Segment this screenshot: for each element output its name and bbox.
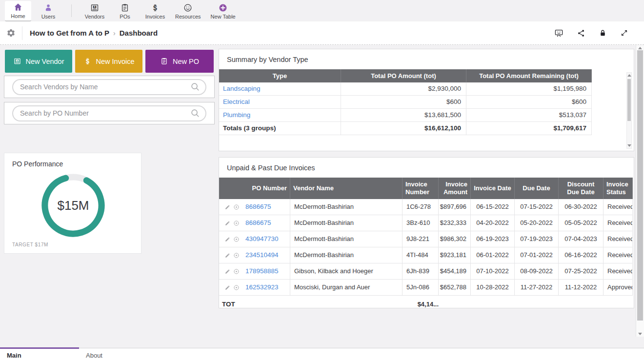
vendor-name-cell: McDermott-Bashirian bbox=[290, 231, 402, 247]
col-vendor-name[interactable]: Vendor Name bbox=[290, 178, 402, 199]
view-icon[interactable] bbox=[233, 268, 240, 275]
col-due-date[interactable]: Due Date bbox=[515, 178, 559, 199]
app-title[interactable]: How to Get from A to P bbox=[30, 29, 109, 37]
tab-main[interactable]: Main bbox=[0, 348, 79, 362]
view-icon[interactable] bbox=[233, 220, 240, 226]
new-invoice-button[interactable]: $ New Invoice bbox=[75, 50, 142, 73]
toolbar-item-home[interactable]: Home bbox=[5, 1, 31, 21]
po-number-link[interactable]: 234510494 bbox=[245, 247, 279, 263]
edit-icon[interactable] bbox=[224, 204, 231, 210]
search-icon[interactable] bbox=[190, 108, 205, 119]
scrollbar-thumb[interactable] bbox=[637, 50, 643, 321]
discount-due-date-cell: 07-04-2023 bbox=[559, 231, 604, 247]
discount-due-date-cell: 06-30-2022 bbox=[559, 199, 604, 215]
vendor-search-input[interactable] bbox=[13, 83, 190, 91]
breadcrumb-divider bbox=[22, 26, 22, 40]
due-date-cell: 07-01-2022 bbox=[515, 247, 559, 263]
summary-total-value: $13,681,500 bbox=[341, 109, 466, 122]
view-icon[interactable] bbox=[233, 252, 240, 259]
view-icon[interactable] bbox=[233, 284, 240, 291]
po-performance-card: PO Performance $15M TARGET $17M bbox=[4, 153, 141, 254]
summary-remaining-value: $600 bbox=[466, 96, 592, 109]
po-search-pill bbox=[12, 105, 206, 121]
settings-gear-icon[interactable] bbox=[0, 28, 22, 38]
summary-col-total[interactable]: Total PO Amount (tot) bbox=[341, 69, 466, 82]
edit-icon[interactable] bbox=[224, 220, 231, 226]
toolbar-item-new-table[interactable]: New Table bbox=[208, 1, 239, 21]
discount-due-date-cell: 05-05-2022 bbox=[559, 215, 604, 231]
toolbar-item-pos[interactable]: POs bbox=[112, 1, 138, 21]
unpaid-invoices-panel: Unpaid & Past Due Invoices PO Number Ven… bbox=[219, 157, 634, 308]
edit-icon[interactable] bbox=[224, 284, 231, 291]
view-icon[interactable] bbox=[233, 204, 240, 210]
invoice-number-cell: 4TI-484 bbox=[402, 247, 439, 263]
tab-about[interactable]: About bbox=[79, 348, 158, 362]
share-icon[interactable] bbox=[577, 29, 585, 38]
invoice-status-cell: Received bbox=[604, 231, 633, 247]
invoice-status-cell: Received bbox=[604, 247, 633, 263]
summary-scrollbar[interactable] bbox=[626, 72, 632, 149]
summary-type-link[interactable]: Electrical bbox=[219, 96, 341, 109]
expand-icon[interactable] bbox=[620, 29, 628, 37]
summary-type-link[interactable]: Landscaping bbox=[219, 82, 341, 96]
toolbar-item-invoices[interactable]: $ Invoices bbox=[142, 1, 168, 21]
po-number-link[interactable]: 178958885 bbox=[245, 263, 279, 279]
invoice-date-cell: 10-28-2022 bbox=[471, 280, 515, 296]
toolbar-item-resources[interactable]: Resources bbox=[172, 1, 204, 21]
edit-icon[interactable] bbox=[224, 236, 231, 242]
scroll-down-arrow[interactable] bbox=[627, 144, 631, 147]
scroll-up-arrow[interactable] bbox=[627, 74, 631, 77]
new-po-button[interactable]: New PO bbox=[145, 50, 214, 73]
invoice-amount-cell: $986,302 bbox=[439, 231, 471, 247]
summary-col-remaining[interactable]: Total PO Amount Remaining (tot) bbox=[466, 69, 592, 82]
vendor-search-panel bbox=[4, 76, 215, 98]
po-number-link[interactable]: 162532923 bbox=[245, 280, 279, 295]
vendor-name-cell: Mosciski, Durgan and Auer bbox=[290, 280, 402, 296]
summary-type-link[interactable]: Plumbing bbox=[219, 109, 341, 122]
invoices-totals-row: TOT $4,14... bbox=[219, 296, 633, 312]
tab-main-label: Main bbox=[7, 352, 21, 359]
col-discount-due-date[interactable]: Discount Due Date bbox=[559, 178, 604, 199]
po-search-input[interactable] bbox=[13, 109, 190, 117]
table-row: Landscaping $2,930,000 $1,195,980 bbox=[219, 82, 592, 96]
toolbar-item-vendors[interactable]: A Vendors bbox=[81, 1, 108, 21]
view-icon[interactable] bbox=[233, 236, 240, 242]
edit-icon[interactable] bbox=[224, 252, 231, 259]
invoice-date-cell: 06-01-2022 bbox=[471, 247, 515, 263]
page-tab-bar: Main About bbox=[0, 348, 644, 362]
scroll-up-arrow[interactable] bbox=[638, 47, 642, 49]
invoices-table: PO Number Vendor Name Invoice Number Inv… bbox=[219, 178, 633, 312]
summary-col-type[interactable]: Type bbox=[219, 69, 341, 82]
new-invoice-label: New Invoice bbox=[96, 58, 135, 65]
invoices-header-row: PO Number Vendor Name Invoice Number Inv… bbox=[219, 178, 633, 199]
invoice-number-cell: 6Jh-839 bbox=[402, 263, 439, 280]
search-icon[interactable] bbox=[190, 81, 205, 92]
table-row: Plumbing $13,681,500 $513,037 bbox=[219, 109, 592, 122]
col-invoice-number[interactable]: Invoice Number bbox=[402, 178, 439, 199]
po-number-link[interactable]: 430947730 bbox=[245, 231, 279, 247]
po-performance-gauge: $15M bbox=[37, 169, 110, 242]
page-scrollbar[interactable] bbox=[636, 45, 644, 337]
breadcrumb-separator: › bbox=[113, 29, 116, 37]
toolbar-item-users[interactable]: Users bbox=[35, 1, 61, 21]
due-date-cell: 07-19-2023 bbox=[515, 231, 559, 247]
summary-totals-remaining: $1,709,617 bbox=[466, 122, 592, 135]
po-number-link[interactable]: 8686675 bbox=[245, 215, 271, 231]
edit-icon[interactable] bbox=[224, 268, 231, 275]
po-number-link[interactable]: 8686675 bbox=[245, 199, 271, 215]
col-invoice-amount[interactable]: Invoice Amount bbox=[439, 178, 471, 199]
invoice-number-cell: 5Jn-086 bbox=[402, 280, 439, 296]
dashboard-content: A New Vendor $ New Invoice New PO bbox=[0, 45, 644, 348]
scroll-down-arrow[interactable] bbox=[638, 333, 642, 335]
col-po-number[interactable]: PO Number bbox=[219, 178, 290, 199]
table-row: 8686675 McDermott-Bashirian 3Bz-610 $232… bbox=[219, 215, 633, 231]
col-invoice-status[interactable]: Invoice Status bbox=[604, 178, 633, 199]
vendor-name-cell: Gibson, Kilback and Hoeger bbox=[290, 263, 402, 280]
toolbar-label: New Table bbox=[211, 14, 236, 20]
discount-due-date-cell: 07-25-2022 bbox=[559, 263, 604, 280]
col-invoice-date[interactable]: Invoice Date bbox=[471, 178, 515, 199]
scrollbar-thumb[interactable] bbox=[627, 79, 631, 121]
new-vendor-button[interactable]: A New Vendor bbox=[5, 50, 72, 73]
lock-icon[interactable] bbox=[599, 29, 607, 37]
preview-icon[interactable] bbox=[554, 28, 564, 38]
